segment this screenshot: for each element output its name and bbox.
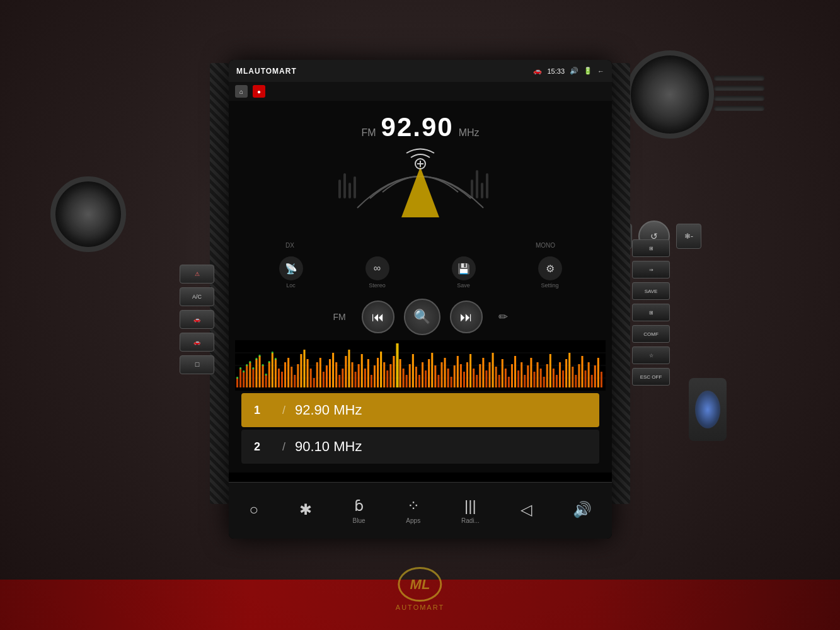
infotainment-screen: MLAUTOMART 🚗 15:33 🔊 🔋 ← ⌂ ● FM 92.90 MH… bbox=[229, 60, 612, 539]
nav-settings[interactable]: ✱ bbox=[299, 501, 312, 521]
preset-item-2[interactable]: 2 / 90.10 MHz bbox=[241, 430, 599, 464]
search-button[interactable]: 🔍 bbox=[404, 299, 440, 335]
nav-back[interactable]: ◁ bbox=[521, 501, 532, 521]
ml-automart-logo: ML AUTOMART bbox=[396, 567, 444, 611]
back-icon[interactable]: ← bbox=[597, 67, 604, 75]
loc-control[interactable]: 📡 Loc bbox=[279, 256, 303, 289]
svg-rect-135 bbox=[259, 355, 261, 357]
nav-home[interactable]: ○ bbox=[249, 501, 258, 521]
playback-band-label: FM bbox=[333, 312, 345, 322]
left-air-vent bbox=[50, 176, 126, 252]
svg-rect-3 bbox=[354, 176, 356, 198]
warning-button[interactable]: ⚠ bbox=[180, 265, 214, 284]
svg-rect-73 bbox=[428, 359, 430, 387]
ac-button[interactable]: A/C bbox=[180, 287, 214, 306]
bottom-navigation: ○ ✱ ɓ Blue ⁘ Apps ||| Radi... ◁ bbox=[229, 482, 612, 539]
svg-rect-108 bbox=[540, 369, 542, 387]
radio-nav-icon: ||| bbox=[464, 497, 476, 515]
svg-rect-13 bbox=[236, 378, 238, 387]
svg-rect-64 bbox=[400, 359, 401, 387]
r-icon-2[interactable]: ⇒ bbox=[632, 261, 670, 278]
svg-rect-39 bbox=[319, 358, 321, 387]
svg-rect-113 bbox=[556, 375, 558, 387]
setting-icon: ⚙ bbox=[538, 256, 562, 280]
clock: 15:33 bbox=[547, 67, 565, 75]
save-control[interactable]: 💾 Save bbox=[452, 256, 476, 289]
svg-rect-100 bbox=[514, 356, 516, 387]
nav-volume[interactable]: 🔊 bbox=[573, 501, 592, 521]
svg-rect-34 bbox=[303, 350, 305, 387]
svg-rect-80 bbox=[451, 377, 452, 387]
next-button[interactable]: ⏭ bbox=[450, 301, 483, 333]
svg-rect-54 bbox=[367, 359, 369, 387]
preset-slash-2: / bbox=[282, 440, 285, 454]
stereo-control[interactable]: ∞ Stereo bbox=[365, 256, 389, 289]
svg-rect-111 bbox=[549, 354, 551, 387]
r-icon-3[interactable]: ⊞ bbox=[632, 304, 670, 321]
save-button-right[interactable]: SAVE bbox=[632, 282, 670, 300]
fan-increase-button[interactable]: ❄- bbox=[676, 224, 701, 249]
right-air-vent-slats bbox=[714, 76, 764, 113]
usb-glow-effect bbox=[695, 391, 720, 428]
svg-rect-30 bbox=[291, 367, 292, 387]
esc-button[interactable]: ESC OFF bbox=[632, 368, 670, 386]
svg-rect-78 bbox=[444, 358, 446, 387]
settings-nav-icon: ✱ bbox=[299, 501, 312, 518]
nav-bluetooth[interactable]: ɓ Blue bbox=[353, 497, 365, 524]
svg-rect-58 bbox=[380, 352, 382, 387]
frequency-number: 92.90 bbox=[381, 112, 454, 142]
nav-radio[interactable]: ||| Radi... bbox=[461, 497, 480, 524]
svg-rect-33 bbox=[300, 354, 302, 387]
svg-rect-136 bbox=[262, 364, 264, 366]
r-icon-1[interactable]: ⊞ bbox=[632, 239, 670, 257]
save-label: Save bbox=[457, 282, 470, 289]
svg-rect-107 bbox=[537, 362, 539, 387]
svg-rect-24 bbox=[272, 353, 273, 387]
svg-rect-77 bbox=[440, 362, 442, 387]
svg-rect-31 bbox=[294, 375, 296, 387]
radio-indicator: ● bbox=[253, 85, 265, 98]
brand-name: MLAUTOMART bbox=[236, 67, 297, 76]
save-icon: 💾 bbox=[452, 256, 476, 280]
vent-slat bbox=[714, 76, 764, 81]
bluetooth-nav-label: Blue bbox=[353, 517, 365, 524]
svg-rect-6 bbox=[481, 183, 483, 198]
svg-rect-97 bbox=[505, 369, 507, 387]
svg-rect-42 bbox=[329, 359, 331, 387]
menu-button[interactable]: ☐ bbox=[180, 355, 214, 374]
logo-subtext: AUTOMART bbox=[396, 604, 444, 611]
svg-marker-8 bbox=[401, 167, 439, 217]
svg-rect-139 bbox=[272, 352, 273, 353]
svg-rect-121 bbox=[581, 356, 583, 387]
svg-rect-85 bbox=[466, 362, 468, 387]
volume-icon: 🔊 bbox=[570, 67, 578, 75]
svg-rect-129 bbox=[239, 367, 241, 369]
svg-rect-120 bbox=[578, 364, 580, 387]
edit-icon[interactable]: ✏ bbox=[498, 310, 508, 324]
comfort-button[interactable]: COMF bbox=[632, 325, 670, 343]
nav-apps[interactable]: ⁘ Apps bbox=[406, 497, 420, 524]
right-button-panel: ⊞ ⇒ SAVE ⊞ COMF ☆ ESC OFF bbox=[632, 239, 670, 386]
right-air-vent-round bbox=[626, 50, 714, 139]
svg-rect-18 bbox=[252, 369, 254, 387]
svg-rect-72 bbox=[425, 370, 427, 387]
svg-rect-119 bbox=[575, 375, 577, 387]
svg-rect-126 bbox=[597, 358, 599, 387]
svg-rect-83 bbox=[460, 364, 462, 387]
prev-button[interactable]: ⏮ bbox=[362, 301, 394, 333]
loc-icon: 📡 bbox=[279, 256, 303, 280]
home-icon[interactable]: ⌂ bbox=[235, 85, 248, 98]
setting-control[interactable]: ⚙ Setting bbox=[538, 256, 562, 289]
svg-rect-70 bbox=[418, 375, 420, 387]
svg-rect-122 bbox=[585, 370, 587, 387]
svg-rect-69 bbox=[415, 367, 417, 387]
car-button-2[interactable]: 🚗 bbox=[180, 333, 214, 352]
svg-rect-74 bbox=[431, 353, 433, 387]
radio-nav-label: Radi... bbox=[461, 517, 480, 524]
loc-label: Loc bbox=[286, 282, 296, 289]
preset-item-1[interactable]: 1 / 92.90 MHz bbox=[241, 393, 599, 427]
car-button-1[interactable]: 🚗 bbox=[180, 310, 214, 329]
r-icon-4[interactable]: ☆ bbox=[632, 346, 670, 364]
spectrum-visualizer bbox=[235, 340, 606, 391]
svg-rect-56 bbox=[374, 365, 376, 387]
